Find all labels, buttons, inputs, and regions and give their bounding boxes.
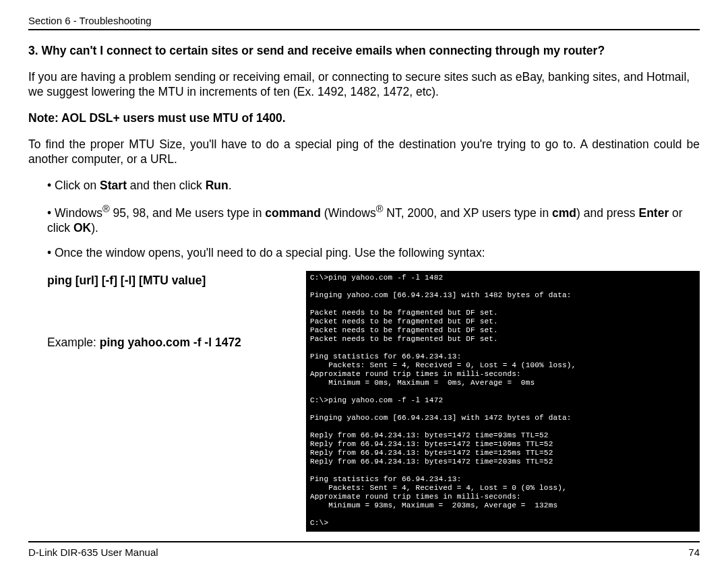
question-number: 3. xyxy=(28,44,38,57)
reg-mark-2: ® xyxy=(376,204,384,214)
footer-left: D-Link DIR-635 User Manual xyxy=(28,547,158,558)
b1-run: Run xyxy=(206,179,229,192)
paragraph-intro: If you are having a problem sending or r… xyxy=(28,70,700,99)
b1-mid: and then click xyxy=(127,179,206,192)
reg-mark-1: ® xyxy=(102,204,110,214)
lower-row: ping [url] [-f] [-l] [MTU value] Example… xyxy=(28,271,700,532)
b2-ok: OK xyxy=(73,221,91,235)
bullet-1: • Click on Start and then click Run. xyxy=(47,179,700,193)
t9: Ping statistics for 66.94.234.13: xyxy=(310,352,461,361)
syntax-column: ping [url] [-f] [-l] [MTU value] Example… xyxy=(28,271,291,532)
b2-c: NT, 2000, and XP users type in xyxy=(383,206,552,220)
t25: Approximate round trip times in milli-se… xyxy=(310,493,521,501)
t24: Packets: Sent = 4, Received = 4, Lost = … xyxy=(310,484,567,492)
t11: Approximate round trip times in milli-se… xyxy=(310,370,521,378)
b1-pre: • Click on xyxy=(47,179,100,192)
t14: C:\>ping yahoo.com -f -l 1472 xyxy=(310,396,443,404)
ping-syntax: ping [url] [-f] [-l] [MTU value] xyxy=(47,274,291,288)
b2-enter: Enter xyxy=(638,206,669,220)
paragraph-mtu: To find the proper MTU Size, you'll have… xyxy=(28,137,700,166)
t5: Packet needs to be fragmented but DF set… xyxy=(310,317,498,325)
t19: Reply from 66.94.234.13: bytes=1472 time… xyxy=(310,440,553,448)
bullet-3: • Once the window opens, you'll need to … xyxy=(47,246,700,260)
b2-b: (Windows xyxy=(321,206,376,220)
b1-end: . xyxy=(229,179,232,192)
t0: C:\>ping yahoo.com -f -l 1482 xyxy=(310,274,443,282)
terminal-output: C:\>ping yahoo.com -f -l 1482 Pinging ya… xyxy=(306,271,700,532)
t7: Packet needs to be fragmented but DF set… xyxy=(310,335,498,343)
t28: C:\> xyxy=(310,519,328,527)
b2-cmd2: cmd xyxy=(552,206,576,220)
b2-f: ). xyxy=(91,221,98,235)
example-line: Example: ping yahoo.com -f -l 1472 xyxy=(47,336,291,350)
b2-d: ) and press xyxy=(576,206,638,220)
main-content: 3. Why can't I connect to certain sites … xyxy=(28,44,700,532)
t6: Packet needs to be fragmented but DF set… xyxy=(310,326,498,334)
b2-a: 95, 98, and Me users type in xyxy=(110,206,266,220)
t20: Reply from 66.94.234.13: bytes=1472 time… xyxy=(310,449,553,457)
t23: Ping statistics for 66.94.234.13: xyxy=(310,475,461,483)
question-line: 3. Why can't I connect to certain sites … xyxy=(28,44,700,58)
page-footer: D-Link DIR-635 User Manual 74 xyxy=(28,541,700,558)
example-prefix: Example: xyxy=(47,336,100,349)
example-command: ping yahoo.com -f -l 1472 xyxy=(100,336,241,349)
t12: Minimum = 0ms, Maximum = 0ms, Average = … xyxy=(310,379,535,387)
t21: Reply from 66.94.234.13: bytes=1472 time… xyxy=(310,458,553,466)
footer-page: 74 xyxy=(688,547,700,558)
t4: Packet needs to be fragmented but DF set… xyxy=(310,309,498,317)
b2-cmd1: command xyxy=(265,206,321,220)
b1-start: Start xyxy=(100,179,127,192)
b2-pre: • Windows xyxy=(47,206,102,220)
t16: Pinging yahoo.com [66.94.234.13] with 14… xyxy=(310,414,572,422)
question-text: Why can't I connect to certain sites or … xyxy=(41,44,605,57)
t10: Packets: Sent = 4, Received = 0, Lost = … xyxy=(310,361,576,369)
section-header: Section 6 - Troubleshooting xyxy=(28,15,700,30)
t26: Minimum = 93ms, Maximum = 203ms, Average… xyxy=(310,501,557,509)
bullet-2: • Windows® 95, 98, and Me users type in … xyxy=(47,204,700,235)
t18: Reply from 66.94.234.13: bytes=1472 time… xyxy=(310,431,549,439)
note-line: Note: AOL DSL+ users must use MTU of 140… xyxy=(28,111,700,125)
t2: Pinging yahoo.com [66.94.234.13] with 14… xyxy=(310,291,572,299)
instruction-list: • Click on Start and then click Run. • W… xyxy=(28,179,700,260)
